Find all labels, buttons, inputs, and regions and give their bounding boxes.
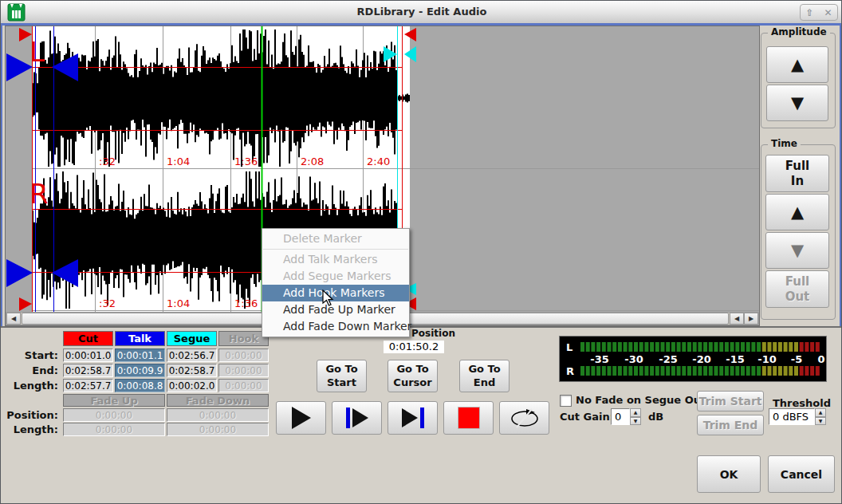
cut-column-header: Cut: [63, 331, 113, 346]
meter-segment: [816, 342, 820, 352]
meter-scale-label: 0: [817, 353, 824, 365]
ok-label: OK: [720, 468, 738, 481]
go-to-start-label: Go To Start: [322, 363, 362, 389]
meter-segment: [773, 366, 777, 376]
menu-item-add-talk-markers[interactable]: Add Talk Markers: [262, 251, 409, 268]
meter-segment: [671, 342, 675, 352]
meter-segment: [800, 342, 804, 352]
hook-end-value: 0:00:00: [218, 364, 269, 377]
start-row: Start: 0:00:01.0 0:00:01.1 0:02:56.7 0:0…: [2, 348, 269, 362]
time-label: 2:08: [301, 156, 324, 167]
audio-level-meter: LR-35-30-25-20-15-10-50: [559, 336, 827, 382]
talk-start-value: 0:00:01.1: [115, 348, 165, 362]
meter-segment: [608, 366, 612, 376]
fade-down-header: Fade Down: [167, 394, 269, 407]
meter-segment: [612, 342, 616, 352]
meter-segment: [618, 342, 622, 352]
meter-segment: [596, 366, 600, 376]
meter-segment: [762, 366, 766, 376]
meter-segment: [703, 366, 707, 376]
time-label: :32: [99, 156, 116, 167]
meter-segment: [784, 342, 788, 352]
amplitude-down-button[interactable]: ▼: [766, 85, 828, 121]
scroll-left-icon[interactable]: ◀: [6, 313, 21, 325]
meter-segment: [714, 366, 718, 376]
title-bar[interactable]: RDLibrary - Edit Audio ⇧ ✕: [1, 1, 842, 24]
spin-down-icon[interactable]: ▼: [630, 417, 641, 426]
menu-item-add-fade-up-marker[interactable]: Add Fade Up Marker: [262, 301, 409, 318]
threshold-input[interactable]: 0 dBFS: [769, 408, 815, 425]
no-fade-on-segue-out-checkbox[interactable]: [560, 395, 572, 407]
meter-segment: [762, 342, 766, 352]
ok-button[interactable]: OK: [697, 455, 761, 493]
amplitude-group-title: Amplitude: [768, 26, 830, 37]
close-window-icon[interactable]: ✕: [824, 8, 832, 18]
time-full-out-button[interactable]: Full Out: [765, 270, 829, 308]
threshold-spinner[interactable]: ▲ ▼: [815, 408, 826, 425]
meter-segment: [730, 342, 734, 352]
up-arrow-icon: ▲: [791, 57, 804, 73]
fade-up-length-value: 0:00:00: [63, 423, 165, 436]
trim-end-button[interactable]: Trim End: [697, 415, 764, 435]
scroll-right-icon[interactable]: ▶: [744, 313, 758, 325]
meter-segment: [634, 366, 638, 376]
meter-segment: [639, 366, 643, 376]
cancel-button[interactable]: Cancel: [768, 455, 835, 493]
meter-segment: [698, 342, 702, 352]
menu-item-delete-marker[interactable]: Delete Marker: [262, 230, 409, 247]
meter-scale-label: -25: [659, 353, 678, 365]
spin-down-icon[interactable]: ▼: [815, 417, 826, 426]
meter-right-label: R: [566, 365, 574, 377]
meter-segment: [751, 342, 755, 352]
shade-window-icon[interactable]: ⇧: [805, 8, 813, 18]
meter-segment: [719, 342, 723, 352]
go-to-start-button[interactable]: Go To Start: [317, 360, 367, 392]
meter-segment: [725, 342, 729, 352]
menu-item-add-segue-markers[interactable]: Add Segue Markers: [262, 268, 409, 285]
time-label: 1:04: [167, 297, 190, 309]
time-label: 2:40: [367, 156, 390, 167]
fade-position-row: Position: 0:00:00 0:00:00: [2, 408, 269, 422]
play-icon: [352, 408, 368, 427]
cut-gain-spinner[interactable]: ▲ ▼: [630, 408, 641, 425]
end-row-label: End:: [2, 364, 61, 376]
go-to-end-button[interactable]: Go To End: [459, 360, 510, 392]
meter-segment: [644, 366, 648, 376]
amplitude-up-button[interactable]: ▲: [766, 46, 828, 83]
time-full-in-button[interactable]: Full In: [765, 155, 829, 192]
meter-segment: [784, 366, 788, 376]
cut-gain-input[interactable]: 0: [611, 408, 630, 425]
scroll-left-icon[interactable]: ◀: [730, 313, 744, 325]
play-to-cursor-button[interactable]: [388, 401, 438, 435]
right-channel-label: R: [30, 178, 49, 210]
time-zoom-out-button[interactable]: ▼: [765, 232, 829, 269]
length-row-label: Length:: [2, 380, 61, 392]
meter-segment: [768, 366, 772, 376]
go-to-cursor-button[interactable]: Go To Cursor: [388, 360, 438, 392]
meter-segment: [693, 366, 697, 376]
meter-segment: [612, 366, 616, 376]
spin-up-icon[interactable]: ▲: [630, 408, 641, 417]
play-button[interactable]: [276, 401, 326, 435]
meter-scale-label: -5: [791, 353, 802, 365]
meter-segment: [810, 342, 814, 352]
loop-button[interactable]: [499, 401, 549, 435]
meter-segment: [735, 342, 739, 352]
meter-segment: [757, 342, 761, 352]
menu-item-add-fade-down-marker[interactable]: Add Fade Down Marker: [262, 318, 409, 335]
trim-start-button[interactable]: Trim Start: [697, 391, 764, 411]
meter-segment: [628, 342, 632, 352]
down-arrow-icon: ▼: [791, 95, 804, 112]
meter-segment: [677, 366, 681, 376]
spin-up-icon[interactable]: ▲: [815, 408, 826, 417]
meter-segment: [682, 366, 686, 376]
meter-segment: [778, 342, 782, 352]
time-zoom-in-button[interactable]: ▲: [765, 194, 829, 230]
meter-segment: [778, 366, 782, 376]
amplitude-group: Amplitude ▲ ▼: [761, 33, 836, 128]
meter-segment: [693, 342, 697, 352]
meter-scale-label: -20: [692, 353, 711, 365]
stop-button[interactable]: [443, 401, 494, 435]
menu-item-add-hook-markers[interactable]: Add Hook Markers: [262, 285, 409, 301]
play-from-cursor-button[interactable]: [332, 401, 382, 435]
